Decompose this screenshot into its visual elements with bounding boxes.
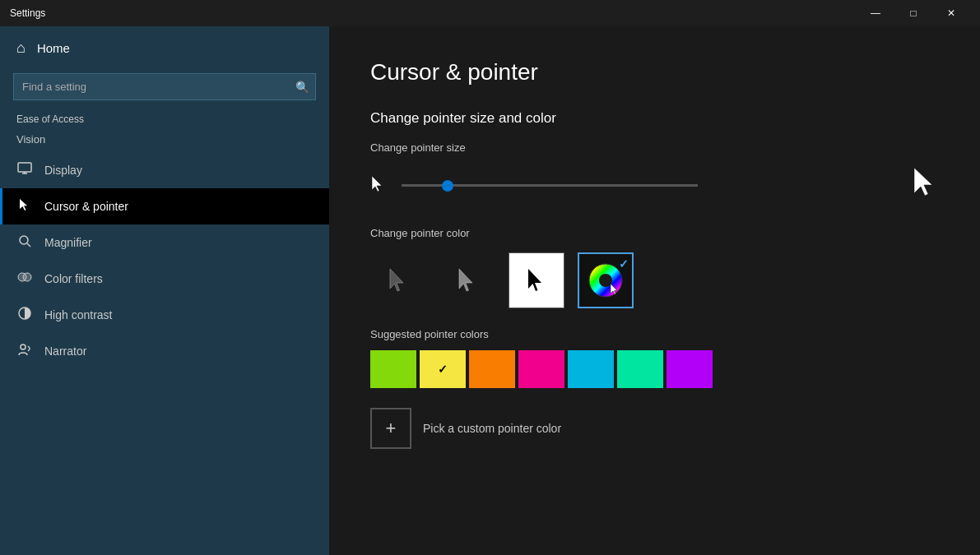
cursor-label: Cursor & pointer (44, 200, 128, 213)
cursor-large-icon (913, 167, 939, 204)
home-label: Home (37, 41, 70, 55)
swatch-5[interactable] (617, 350, 663, 388)
search-button[interactable]: 🔍 (295, 81, 309, 94)
svg-point-3 (20, 236, 28, 244)
page-title: Cursor & pointer (370, 59, 939, 86)
color-label: Change pointer color (370, 227, 939, 239)
pointer-size-slider[interactable] (402, 184, 698, 187)
plus-icon: + (386, 418, 397, 439)
high-contrast-icon (16, 306, 33, 324)
swatch-3[interactable] (518, 350, 564, 388)
sidebar-item-display[interactable]: Display (0, 152, 329, 188)
svg-line-4 (27, 243, 30, 247)
magnifier-label: Magnifier (44, 236, 92, 249)
svg-point-6 (23, 273, 31, 281)
custom-color-label: Pick a custom pointer color (423, 422, 561, 435)
color-swatches: ✓ (370, 350, 939, 388)
content-area: Cursor & pointer Change pointer size and… (329, 26, 980, 555)
sidebar-item-color-filters[interactable]: Color filters (0, 261, 329, 297)
search-input[interactable] (13, 73, 316, 100)
magnifier-icon (16, 234, 33, 252)
search-box: 🔍 (13, 73, 316, 100)
svg-rect-0 (18, 163, 31, 172)
slider-container (402, 184, 896, 187)
color-option-custom[interactable]: ✓ (578, 252, 634, 308)
high-contrast-label: High contrast (44, 308, 112, 321)
vision-category: Vision (0, 132, 329, 152)
color-filters-icon (16, 270, 33, 288)
swatch-0[interactable] (370, 350, 416, 388)
sidebar-item-cursor[interactable]: Cursor & pointer (0, 188, 329, 224)
cursor-small-icon (370, 175, 385, 197)
cursor-nav-icon (16, 197, 33, 215)
svg-point-8 (21, 345, 26, 349)
display-label: Display (44, 164, 82, 177)
color-option-gray[interactable] (439, 252, 495, 308)
display-icon (16, 161, 33, 179)
size-label: Change pointer size (370, 141, 939, 154)
maximize-button[interactable]: □ (894, 0, 932, 26)
sidebar-item-home[interactable]: ⌂ Home (0, 26, 329, 70)
titlebar-title: Settings (10, 7, 857, 19)
swatch-selected-check: ✓ (438, 363, 448, 376)
pointer-color-row: ✓ (370, 252, 939, 308)
main-layout: ⌂ Home 🔍 Ease of Access Vision Display (0, 26, 980, 555)
sidebar-item-narrator[interactable]: Narrator (0, 333, 329, 369)
narrator-label: Narrator (44, 345, 86, 358)
titlebar-controls: — □ ✕ (857, 0, 970, 26)
sidebar-item-magnifier[interactable]: Magnifier (0, 224, 329, 261)
color-filters-label: Color filters (44, 272, 103, 285)
titlebar: Settings — □ ✕ (0, 0, 980, 26)
swatch-6[interactable] (666, 350, 713, 388)
custom-color-row[interactable]: + Pick a custom pointer color (370, 408, 939, 449)
minimize-button[interactable]: — (857, 0, 894, 26)
home-icon: ⌂ (16, 39, 26, 57)
color-option-inverted[interactable] (509, 252, 564, 308)
add-custom-color-button[interactable]: + (370, 408, 411, 449)
ease-of-access-label: Ease of Access (0, 110, 329, 132)
swatch-2[interactable] (469, 350, 515, 388)
swatch-1[interactable]: ✓ (420, 350, 466, 388)
suggested-label: Suggested pointer colors (370, 328, 939, 340)
swatch-4[interactable] (568, 350, 614, 388)
narrator-icon (16, 342, 33, 360)
sidebar-item-high-contrast[interactable]: High contrast (0, 297, 329, 333)
pointer-size-row (370, 167, 939, 204)
color-option-white[interactable] (370, 252, 426, 308)
sidebar: ⌂ Home 🔍 Ease of Access Vision Display (0, 26, 329, 555)
section1-title: Change pointer size and color (370, 110, 939, 127)
close-button[interactable]: ✕ (932, 0, 970, 26)
